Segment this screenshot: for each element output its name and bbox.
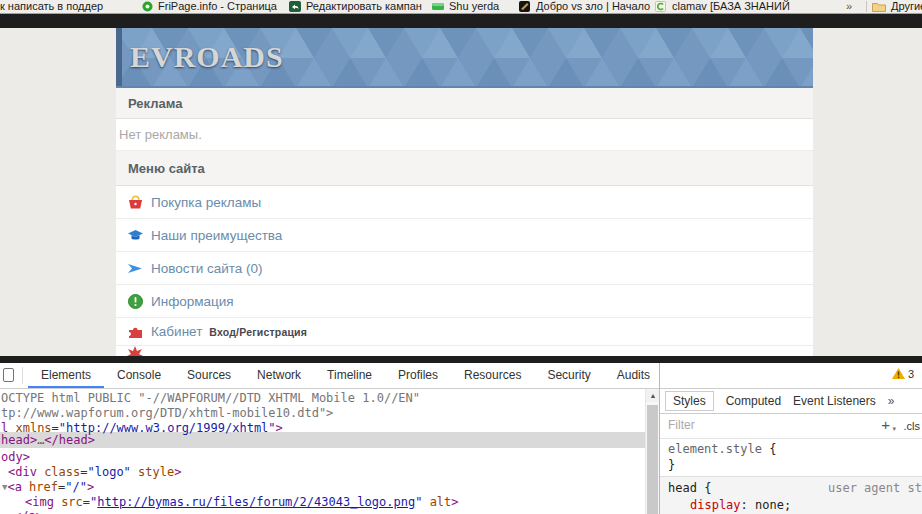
warning-triangle-icon <box>892 368 905 380</box>
tab-resources[interactable]: Resources <box>451 363 534 388</box>
arrow-icon <box>127 260 144 277</box>
bookmark-item[interactable]: clamav [БАЗА ЗНАНИЙ <box>672 0 790 13</box>
css-property-display[interactable]: display: none; <box>690 498 791 512</box>
tab-network[interactable]: Network <box>244 363 314 388</box>
dom-node-anchor[interactable]: ▼<a href="/"> <box>2 480 94 495</box>
styles-sidebar: Styles Computed Event Listeners » Filter… <box>660 389 922 514</box>
tab-console[interactable]: Console <box>104 363 174 388</box>
menu-item-partial[interactable] <box>116 346 813 356</box>
graduation-cap-icon <box>127 227 144 244</box>
dom-node-div-logo[interactable]: <div class="logo" style> <box>8 465 181 480</box>
red-star-icon <box>127 346 143 356</box>
cart-icon <box>127 194 144 211</box>
elements-tree: OCTYPE html PUBLIC "-//WAPFORUM//DTD XHT… <box>0 389 645 514</box>
other-bookmarks-button[interactable]: Другие <box>891 0 922 13</box>
style-origin-label: user agent styl <box>828 481 922 495</box>
ads-empty-row: Нет рекламы. <box>116 119 813 151</box>
tab-profiles[interactable]: Profiles <box>385 363 451 388</box>
new-style-rule-button[interactable]: + <box>881 416 890 433</box>
favicon-reply-arrow <box>289 1 301 12</box>
scrollbar-up-arrow[interactable]: ▲ <box>646 390 660 402</box>
dom-node-img[interactable]: <img src="http://bymas.ru/files/forum/2/… <box>25 495 459 510</box>
scrollbar-thumb[interactable] <box>647 405 658 514</box>
tab-audits[interactable]: Audits <box>604 363 663 388</box>
favicon-green-bar <box>432 1 444 12</box>
devtools-tabs: Elements Console Sources Network Timelin… <box>28 363 663 388</box>
page-top-dark-band <box>0 14 922 28</box>
folder-icon <box>872 1 886 12</box>
menu-item-information[interactable]: Информация <box>116 285 813 318</box>
dom-node-doctype-1[interactable]: OCTYPE html PUBLIC "-//WAPFORUM//DTD XHT… <box>1 391 420 406</box>
devtools-toolbar: Elements Console Sources Network Timelin… <box>0 363 922 389</box>
page-bottom-dark-band <box>0 356 922 363</box>
bookmarks-overflow-chevron[interactable]: » <box>846 0 852 13</box>
site-logo[interactable]: EVROADS <box>130 40 284 74</box>
bookmark-item[interactable]: Добро vs зло | Начало <box>536 0 650 13</box>
bookmark-label: Редактировать кампан <box>306 0 422 12</box>
menu-link-label: Информация <box>151 294 234 309</box>
element-style-close-brace: } <box>668 458 675 472</box>
bookmark-item[interactable]: Shu yerda <box>449 0 499 13</box>
cabinet-login-label[interactable]: Вход/Регистрация <box>209 326 307 338</box>
user-agent-style-rule[interactable]: head { user agent styl display: none; <box>660 476 922 514</box>
bookmark-label: Shu yerda <box>449 0 499 12</box>
styles-sidebar-tabs: Styles Computed Event Listeners » <box>660 389 922 414</box>
menu-item-cabinet[interactable]: Кабинет Вход/Регистрация <box>116 318 813 346</box>
menu-link-label: Новости сайта (0) <box>151 261 263 276</box>
tab-computed[interactable]: Computed <box>726 394 781 408</box>
head-rule-selector[interactable]: head { <box>668 481 711 495</box>
puzzle-icon <box>127 323 144 340</box>
tab-sources[interactable]: Sources <box>174 363 244 388</box>
section-header-menu: Меню сайта <box>116 151 813 186</box>
section-header-ads: Реклама <box>116 88 813 119</box>
styles-filter-input[interactable]: Filter <box>668 418 695 432</box>
bookmark-item[interactable]: к написать в поддер <box>0 0 103 13</box>
tab-styles[interactable]: Styles <box>665 391 714 411</box>
devtools-panel: Elements Console Sources Network Timelin… <box>0 363 922 514</box>
bookmarks-separator <box>866 1 867 12</box>
menu-item-advantages[interactable]: Наши преимущества <box>116 219 813 252</box>
menu-item-news[interactable]: Новости сайта (0) <box>116 252 813 285</box>
tab-timeline[interactable]: Timeline <box>314 363 385 388</box>
dom-node-anchor-close[interactable]: </a> <box>14 509 43 514</box>
resource-link[interactable]: http://bymas.ru/files/forum/2/43043_logo… <box>97 495 415 509</box>
console-warning-badge[interactable]: 3 <box>892 368 914 380</box>
tab-security[interactable]: Security <box>534 363 603 388</box>
bookmark-label: clamav [БАЗА ЗНАНИЙ <box>672 0 790 12</box>
info-badge-icon <box>127 293 144 310</box>
toggle-class-button[interactable]: .cls <box>904 420 921 432</box>
menu-item-buy-ads[interactable]: Покупка рекламы <box>116 186 813 219</box>
favicon-green-circle <box>142 1 153 12</box>
elements-scrollbar[interactable]: ▲ <box>645 389 660 514</box>
site-header-banner[interactable]: EVROADS <box>116 28 813 88</box>
bookmarks-bar: к написать в поддер FriPage.info - Стран… <box>0 0 922 14</box>
warning-count: 3 <box>908 368 914 380</box>
dom-node-doctype-2[interactable]: tp://www.wapforum.org/DTD/xhtml-mobile10… <box>1 406 333 421</box>
dom-node-head-selected[interactable]: head>…</head> <box>1 433 95 448</box>
favicon-clamav <box>655 1 666 12</box>
toolbar-separator <box>22 367 23 384</box>
styles-filter-row: Filter + ▾ .cls <box>660 414 922 439</box>
tab-event-listeners[interactable]: Event Listeners <box>793 394 876 408</box>
site-content-column: EVROADS Реклама Нет рекламы. Меню сайта … <box>116 28 813 356</box>
bookmark-label: Добро vs зло | Начало <box>536 0 650 12</box>
menu-link-label: Наши преимущества <box>151 228 282 243</box>
bookmark-item[interactable]: Редактировать кампан <box>306 0 422 13</box>
element-style-rule[interactable]: element.style { <box>668 442 776 456</box>
favicon-dark-square <box>519 1 530 12</box>
caret-down-icon: ▾ <box>892 425 896 433</box>
menu-link-label: Покупка рекламы <box>151 195 261 210</box>
device-toolbar-icon[interactable] <box>3 368 14 382</box>
bookmark-label: к написать в поддер <box>0 0 103 12</box>
bookmark-item[interactable]: FriPage.info - Страница <box>158 0 277 13</box>
menu-link-label: Кабинет <box>151 324 202 339</box>
dom-node-body[interactable]: ody> <box>1 450 30 465</box>
bookmark-label: FriPage.info - Страница <box>158 0 277 12</box>
tab-elements[interactable]: Elements <box>28 363 104 388</box>
more-tabs-chevron[interactable]: » <box>888 394 895 408</box>
